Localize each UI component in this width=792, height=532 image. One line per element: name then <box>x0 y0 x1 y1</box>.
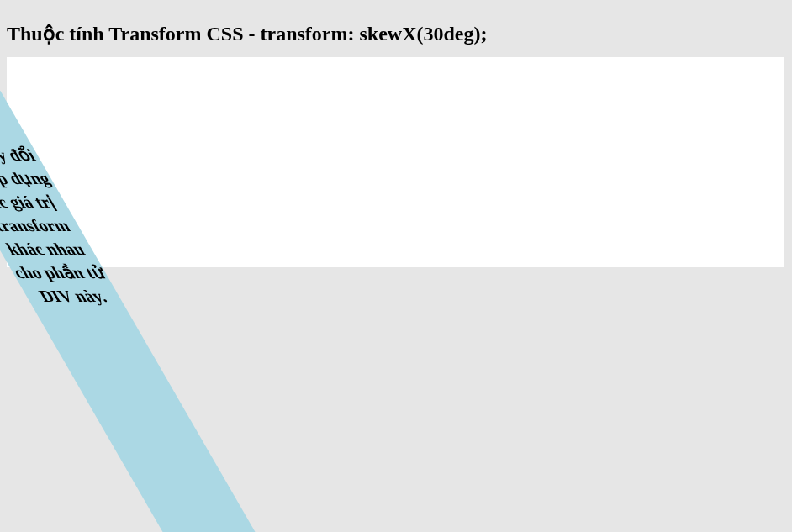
page-container: Thuộc tính Transform CSS - transform: sk… <box>0 0 792 532</box>
reference-box <box>7 57 784 267</box>
page-title: Thuộc tính Transform CSS - transform: sk… <box>7 22 487 45</box>
